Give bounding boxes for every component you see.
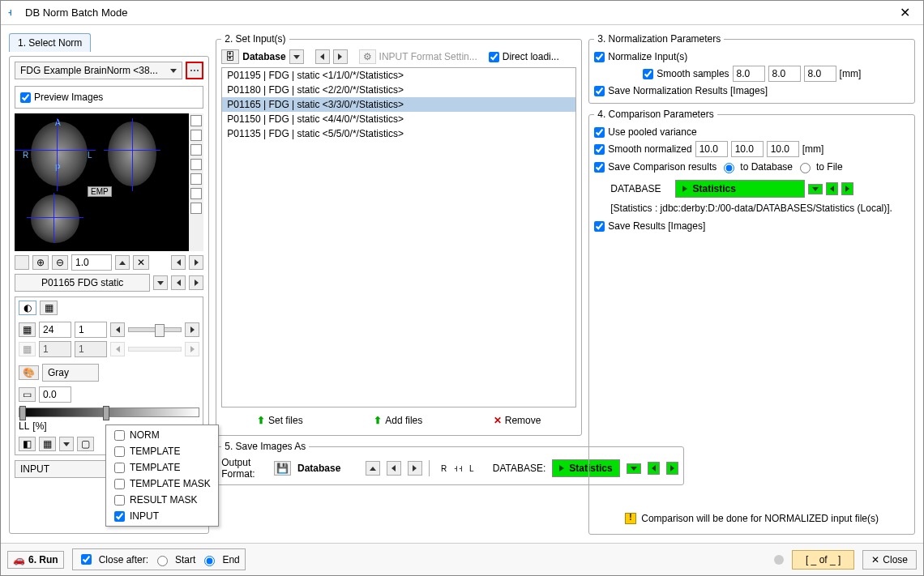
- save-norm-results-checkbox[interactable]: Save Normalization Results [Images]: [594, 83, 909, 98]
- smooth-s3[interactable]: [804, 66, 836, 82]
- close-after-checkbox[interactable]: [81, 554, 92, 565]
- add-files-button[interactable]: ⬆Add files: [366, 411, 430, 430]
- save-next-button[interactable]: [408, 461, 422, 476]
- bi-2[interactable]: ▦: [39, 437, 56, 451]
- stats-next-button[interactable]: [841, 182, 853, 195]
- image-dd-button[interactable]: [153, 275, 168, 290]
- smooth-n2[interactable]: [731, 141, 764, 157]
- save-target-radios: to Database to File: [720, 160, 842, 173]
- close-button[interactable]: ✕Close: [862, 550, 917, 570]
- radio-to-db[interactable]: [724, 163, 734, 173]
- zoom-clear-button[interactable]: ✕: [133, 255, 149, 270]
- bi-3[interactable]: ▢: [77, 437, 94, 451]
- zoom-prev-button[interactable]: [171, 255, 186, 270]
- list-item[interactable]: P01165 | FDG | static <3/3/0/*/Statistic…: [222, 97, 575, 112]
- inputs-list[interactable]: P01195 | FDG | static <1/1/0/*/Statistic…: [221, 67, 576, 407]
- empty-check-button[interactable]: [15, 255, 29, 270]
- opacity-input[interactable]: [39, 386, 71, 403]
- progress-of-button[interactable]: [ _ of _ ]: [792, 550, 854, 570]
- save-results-checkbox[interactable]: Save Results [Images]: [594, 219, 909, 233]
- normalize-inputs-checkbox[interactable]: Normalize Input(s): [594, 49, 909, 64]
- col-set-inputs: 2. Set Input(s) 🗄 Database ⚙ INPUT Forma…: [216, 33, 582, 535]
- db-next-button[interactable]: [333, 49, 348, 64]
- layer-popup-menu: NORM TEMPLATE TEMPLATE TEMPLATE MASK RES…: [105, 425, 219, 527]
- list-item[interactable]: P01150 | FDG | static <4/4/0/*/Statistic…: [222, 112, 575, 126]
- set-files-button[interactable]: ⬆Set files: [250, 411, 310, 430]
- norm-details-button[interactable]: ⋯: [186, 62, 203, 79]
- stats-dd-button[interactable]: [808, 184, 823, 194]
- radio-end[interactable]: [204, 556, 215, 566]
- run-button[interactable]: 🚗 6. Run: [7, 551, 64, 569]
- list-item[interactable]: P01180 | FDG | static <2/2/0/*/Statistic…: [222, 83, 575, 97]
- zoom-fit-icon[interactable]: ⊕: [32, 255, 49, 270]
- smooth-s2[interactable]: [768, 66, 801, 82]
- tool-icon-3[interactable]: [190, 144, 202, 156]
- save-comp-checkbox[interactable]: [594, 162, 605, 173]
- colormap-row: 🎨 Gray: [19, 364, 199, 382]
- smooth-s1[interactable]: [733, 66, 765, 82]
- frame-a-prev[interactable]: [110, 322, 125, 337]
- tab-contrast-icon[interactable]: ◐: [19, 301, 36, 315]
- popup-item-template1[interactable]: TEMPLATE: [106, 443, 218, 459]
- frame-a-input[interactable]: [39, 322, 71, 338]
- frame-a-slider[interactable]: [128, 327, 182, 332]
- popup-item-input[interactable]: INPUT: [106, 508, 218, 524]
- norm-dropdown[interactable]: FDG Example BrainNorm <38...: [15, 62, 182, 79]
- database-icon[interactable]: 🗄: [221, 49, 239, 64]
- tool-icon-2[interactable]: [190, 130, 202, 141]
- list-item[interactable]: P01135 | FDG | static <5/5/0/*/Statistic…: [222, 126, 575, 141]
- database-label2: DATABASE: [610, 183, 661, 194]
- smooth-n3[interactable]: [767, 141, 799, 157]
- preview-images-checkbox[interactable]: Preview Images: [20, 90, 198, 105]
- image-preview[interactable]: A R L P EMP: [15, 113, 189, 251]
- orient-R: R: [23, 151, 28, 160]
- radio-to-file[interactable]: [800, 163, 811, 173]
- image-next-button[interactable]: [189, 275, 203, 290]
- window-close-button[interactable]: ✕: [892, 1, 917, 25]
- popup-item-template-mask[interactable]: TEMPLATE MASK: [106, 476, 218, 492]
- tool-icon-1[interactable]: [190, 115, 202, 126]
- remove-button[interactable]: ✕Remove: [486, 411, 549, 430]
- list-item[interactable]: P01195 | FDG | static <1/1/0/*/Statistic…: [222, 68, 575, 83]
- popup-item-result-mask[interactable]: RESULT MASK: [106, 492, 218, 508]
- pooled-variance-checkbox[interactable]: Use pooled variance: [594, 125, 909, 139]
- opacity-icon[interactable]: ▭: [19, 387, 36, 402]
- image-dropdown[interactable]: P01165 FDG static: [15, 274, 150, 292]
- zoom-up-button[interactable]: [115, 255, 130, 270]
- popup-item-norm[interactable]: NORM: [106, 427, 218, 443]
- zoom-next-button[interactable]: [189, 255, 203, 270]
- gradient-bar[interactable]: [19, 407, 199, 417]
- save-up-button[interactable]: [366, 461, 380, 476]
- tool-icon-5[interactable]: [190, 173, 202, 185]
- direct-loading-checkbox[interactable]: Direct loadi...: [489, 49, 559, 64]
- smooth-norm-checkbox[interactable]: [594, 144, 605, 155]
- stats-button[interactable]: Statistics: [675, 180, 805, 198]
- bi-1[interactable]: ◧: [19, 437, 36, 451]
- db-dd-button[interactable]: [289, 49, 304, 64]
- bi-dd[interactable]: [59, 437, 74, 451]
- frame-b-input[interactable]: [75, 322, 107, 338]
- db-prev-button[interactable]: [315, 49, 330, 64]
- smooth-n1[interactable]: [695, 141, 728, 157]
- popup-item-template2[interactable]: TEMPLATE: [106, 459, 218, 476]
- zoom-reset-icon[interactable]: ⊖: [52, 255, 68, 270]
- tool-icon-6[interactable]: [190, 188, 202, 199]
- tool-icon-7[interactable]: [190, 203, 202, 214]
- tab-select-norm[interactable]: 1. Select Norm: [9, 33, 91, 52]
- image-prev-button[interactable]: [171, 275, 186, 290]
- save-icon[interactable]: 💾: [274, 461, 291, 476]
- radio-start[interactable]: [157, 556, 168, 566]
- tab-grid-icon[interactable]: ▦: [40, 301, 58, 315]
- frame-a-next[interactable]: [185, 322, 199, 337]
- tool-icon-4[interactable]: [190, 159, 202, 170]
- palette-icon[interactable]: 🎨: [19, 365, 39, 380]
- split-icon[interactable]: ⫞⫞: [453, 463, 463, 474]
- norm-params-fieldset: 3. Normalization Parameters Normalize In…: [588, 33, 915, 104]
- frame-a-icon[interactable]: ▦: [19, 322, 36, 337]
- save-prev-button[interactable]: [387, 461, 401, 476]
- stats-prev-button[interactable]: [826, 182, 838, 195]
- colormap-dropdown[interactable]: Gray: [42, 364, 99, 382]
- preview-checkbox-input[interactable]: [20, 92, 31, 103]
- smooth-samples-checkbox[interactable]: [643, 69, 653, 79]
- zoom-input[interactable]: [71, 254, 112, 271]
